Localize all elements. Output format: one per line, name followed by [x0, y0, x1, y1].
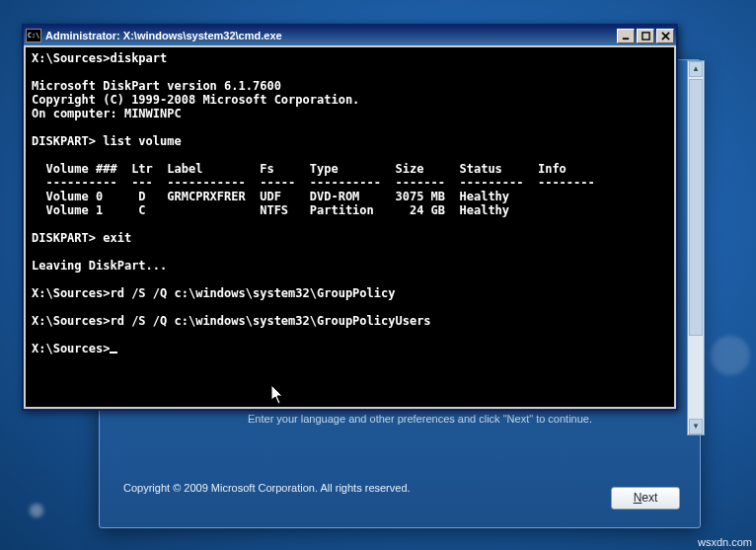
minimize-button[interactable]	[617, 29, 635, 43]
maximize-icon	[642, 32, 650, 40]
setup-hint-text: Enter your language and other preference…	[248, 413, 592, 425]
window-title: Administrator: X:\windows\system32\cmd.e…	[45, 30, 617, 41]
cmd-window: C:\ Administrator: X:\windows\system32\c…	[22, 24, 678, 411]
close-icon	[661, 32, 670, 40]
cmd-output-text: X:\Sources>diskpart Microsoft DiskPart v…	[32, 51, 595, 355]
setup-footer: Copyright © 2009 Microsoft Corporation. …	[100, 458, 700, 527]
cmd-terminal[interactable]: X:\Sources>diskpart Microsoft DiskPart v…	[26, 47, 674, 407]
copyright-text: Copyright © 2009 Microsoft Corporation. …	[123, 482, 411, 494]
scroll-up-arrow-icon[interactable]: ▲	[689, 61, 703, 77]
titlebar[interactable]: C:\ Administrator: X:\windows\system32\c…	[24, 26, 676, 45]
next-button[interactable]: Next	[611, 487, 680, 510]
svg-rect-1	[642, 32, 648, 39]
maximize-button[interactable]	[637, 29, 654, 43]
scroll-down-arrow-icon[interactable]: ▼	[689, 419, 703, 434]
cursor-icon	[110, 352, 117, 354]
background-flare	[711, 336, 750, 375]
background-flare	[30, 504, 43, 517]
setup-scrollbar[interactable]: ▲ ▼	[687, 60, 705, 435]
minimize-icon	[622, 32, 631, 40]
watermark-text: wsxdn.com	[698, 536, 752, 548]
svg-rect-0	[622, 38, 628, 39]
close-button[interactable]	[656, 29, 674, 43]
next-button-label: ext	[642, 491, 657, 505]
scroll-thumb[interactable]	[689, 79, 703, 336]
cmd-icon: C:\	[26, 29, 41, 42]
